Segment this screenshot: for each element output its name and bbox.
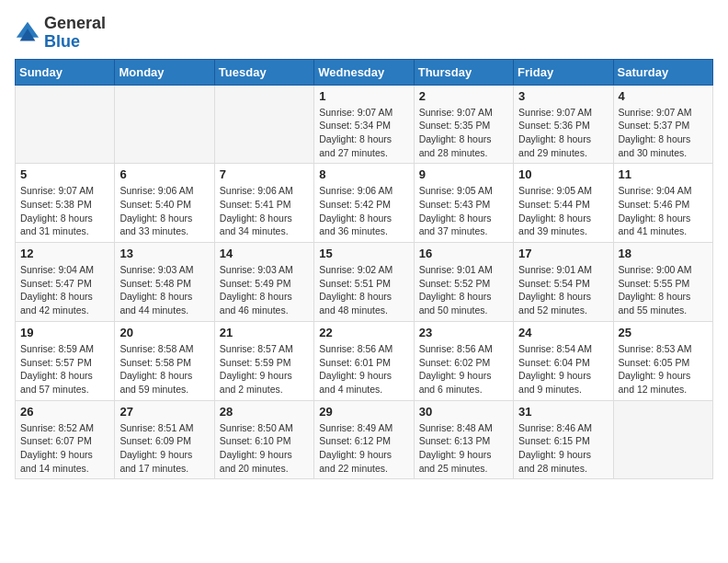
day-info: Sunrise: 8:52 AM Sunset: 6:07 PM Dayligh…	[20, 421, 109, 476]
day-number: 22	[319, 326, 408, 339]
day-number: 7	[220, 167, 309, 181]
calendar-cell: 16Sunrise: 9:01 AM Sunset: 5:52 PM Dayli…	[414, 243, 513, 322]
day-number: 29	[319, 405, 408, 419]
calendar-cell	[214, 85, 313, 164]
calendar-cell: 20Sunrise: 8:58 AM Sunset: 5:58 PM Dayli…	[115, 321, 214, 400]
calendar-cell: 26Sunrise: 8:52 AM Sunset: 6:07 PM Dayli…	[16, 400, 115, 479]
calendar-cell: 11Sunrise: 9:04 AM Sunset: 5:46 PM Dayli…	[613, 164, 712, 243]
calendar-cell: 22Sunrise: 8:56 AM Sunset: 6:01 PM Dayli…	[314, 321, 414, 400]
day-info: Sunrise: 9:07 AM Sunset: 5:35 PM Dayligh…	[419, 106, 508, 160]
calendar-cell: 1Sunrise: 9:07 AM Sunset: 5:34 PM Daylig…	[314, 85, 414, 164]
calendar-week-row: 12Sunrise: 9:04 AM Sunset: 5:47 PM Dayli…	[16, 243, 713, 322]
weekday-header: Saturday	[613, 59, 712, 85]
day-info: Sunrise: 9:01 AM Sunset: 5:52 PM Dayligh…	[419, 263, 508, 317]
day-info: Sunrise: 8:56 AM Sunset: 6:01 PM Dayligh…	[319, 342, 408, 396]
calendar-cell: 31Sunrise: 8:46 AM Sunset: 6:15 PM Dayli…	[514, 400, 613, 479]
day-info: Sunrise: 8:51 AM Sunset: 6:09 PM Dayligh…	[119, 421, 209, 476]
day-number: 3	[518, 89, 608, 103]
day-number: 25	[619, 326, 708, 339]
day-number: 8	[319, 167, 408, 181]
calendar-cell: 30Sunrise: 8:48 AM Sunset: 6:13 PM Dayli…	[414, 400, 513, 479]
calendar-header-row: SundayMondayTuesdayWednesdayThursdayFrid…	[16, 59, 713, 85]
calendar-cell: 18Sunrise: 9:00 AM Sunset: 5:55 PM Dayli…	[613, 243, 712, 322]
calendar-table: SundayMondayTuesdayWednesdayThursdayFrid…	[15, 59, 713, 480]
day-number: 31	[518, 405, 608, 419]
day-number: 14	[220, 247, 309, 260]
day-number: 5	[20, 167, 109, 181]
calendar-cell: 28Sunrise: 8:50 AM Sunset: 6:10 PM Dayli…	[214, 400, 313, 479]
calendar-cell: 29Sunrise: 8:49 AM Sunset: 6:12 PM Dayli…	[314, 400, 414, 479]
day-number: 20	[119, 326, 209, 339]
day-info: Sunrise: 8:59 AM Sunset: 5:57 PM Dayligh…	[20, 342, 109, 396]
day-info: Sunrise: 9:07 AM Sunset: 5:37 PM Dayligh…	[619, 106, 708, 160]
day-number: 4	[619, 89, 708, 103]
calendar-cell: 24Sunrise: 8:54 AM Sunset: 6:04 PM Dayli…	[514, 321, 613, 400]
logo-general-text: General	[44, 14, 106, 32]
day-number: 26	[20, 405, 109, 419]
day-info: Sunrise: 9:04 AM Sunset: 5:47 PM Dayligh…	[20, 263, 109, 317]
weekday-header: Friday	[514, 59, 613, 85]
day-info: Sunrise: 9:06 AM Sunset: 5:42 PM Dayligh…	[319, 184, 408, 238]
calendar-cell: 6Sunrise: 9:06 AM Sunset: 5:40 PM Daylig…	[115, 164, 214, 243]
day-number: 11	[619, 167, 708, 181]
calendar-cell	[115, 85, 214, 164]
day-info: Sunrise: 8:56 AM Sunset: 6:02 PM Dayligh…	[419, 342, 508, 396]
calendar-cell: 23Sunrise: 8:56 AM Sunset: 6:02 PM Dayli…	[414, 321, 513, 400]
weekday-header: Monday	[115, 59, 214, 85]
day-number: 10	[518, 167, 608, 181]
calendar-cell: 3Sunrise: 9:07 AM Sunset: 5:36 PM Daylig…	[514, 85, 613, 164]
day-number: 21	[220, 326, 309, 339]
logo-blue-text: Blue	[44, 32, 80, 51]
day-info: Sunrise: 9:07 AM Sunset: 5:34 PM Dayligh…	[319, 106, 408, 160]
calendar-cell: 9Sunrise: 9:05 AM Sunset: 5:43 PM Daylig…	[414, 164, 513, 243]
calendar-cell: 7Sunrise: 9:06 AM Sunset: 5:41 PM Daylig…	[214, 164, 313, 243]
weekday-header: Sunday	[16, 59, 115, 85]
calendar-cell: 21Sunrise: 8:57 AM Sunset: 5:59 PM Dayli…	[214, 321, 313, 400]
day-info: Sunrise: 9:04 AM Sunset: 5:46 PM Dayligh…	[619, 184, 708, 238]
day-number: 13	[119, 247, 209, 260]
calendar-cell: 27Sunrise: 8:51 AM Sunset: 6:09 PM Dayli…	[115, 400, 214, 479]
day-info: Sunrise: 8:54 AM Sunset: 6:04 PM Dayligh…	[518, 342, 608, 396]
calendar-cell: 5Sunrise: 9:07 AM Sunset: 5:38 PM Daylig…	[16, 164, 115, 243]
day-info: Sunrise: 9:05 AM Sunset: 5:43 PM Dayligh…	[419, 184, 508, 238]
day-info: Sunrise: 9:03 AM Sunset: 5:49 PM Dayligh…	[220, 263, 309, 317]
day-info: Sunrise: 8:57 AM Sunset: 5:59 PM Dayligh…	[220, 342, 309, 396]
day-info: Sunrise: 9:01 AM Sunset: 5:54 PM Dayligh…	[518, 263, 608, 317]
day-info: Sunrise: 8:58 AM Sunset: 5:58 PM Dayligh…	[119, 342, 209, 396]
day-number: 27	[119, 405, 209, 419]
calendar-cell: 25Sunrise: 8:53 AM Sunset: 6:05 PM Dayli…	[613, 321, 712, 400]
calendar-cell: 12Sunrise: 9:04 AM Sunset: 5:47 PM Dayli…	[16, 243, 115, 322]
weekday-header: Tuesday	[214, 59, 313, 85]
day-info: Sunrise: 9:07 AM Sunset: 5:38 PM Dayligh…	[20, 184, 109, 238]
day-info: Sunrise: 9:03 AM Sunset: 5:48 PM Dayligh…	[119, 263, 209, 317]
logo: General Blue	[15, 15, 106, 52]
calendar-cell: 2Sunrise: 9:07 AM Sunset: 5:35 PM Daylig…	[414, 85, 513, 164]
calendar-week-row: 1Sunrise: 9:07 AM Sunset: 5:34 PM Daylig…	[16, 85, 713, 164]
day-info: Sunrise: 9:07 AM Sunset: 5:36 PM Dayligh…	[518, 106, 608, 160]
weekday-header: Thursday	[414, 59, 513, 85]
day-info: Sunrise: 9:00 AM Sunset: 5:55 PM Dayligh…	[619, 263, 708, 317]
day-info: Sunrise: 8:53 AM Sunset: 6:05 PM Dayligh…	[619, 342, 708, 396]
day-number: 18	[619, 247, 708, 260]
calendar-week-row: 5Sunrise: 9:07 AM Sunset: 5:38 PM Daylig…	[16, 164, 713, 243]
logo-icon	[15, 20, 40, 46]
day-number: 24	[518, 326, 608, 339]
day-number: 15	[319, 247, 408, 260]
day-number: 2	[419, 89, 508, 103]
calendar-cell: 8Sunrise: 9:06 AM Sunset: 5:42 PM Daylig…	[314, 164, 414, 243]
day-number: 9	[419, 167, 508, 181]
calendar-cell: 4Sunrise: 9:07 AM Sunset: 5:37 PM Daylig…	[613, 85, 712, 164]
day-number: 12	[20, 247, 109, 260]
calendar-cell	[16, 85, 115, 164]
day-number: 28	[220, 405, 309, 419]
day-number: 17	[518, 247, 608, 260]
day-number: 30	[419, 405, 508, 419]
day-info: Sunrise: 8:46 AM Sunset: 6:15 PM Dayligh…	[518, 421, 608, 476]
day-info: Sunrise: 9:06 AM Sunset: 5:41 PM Dayligh…	[220, 184, 309, 238]
day-number: 16	[419, 247, 508, 260]
day-info: Sunrise: 9:05 AM Sunset: 5:44 PM Dayligh…	[518, 184, 608, 238]
day-info: Sunrise: 9:02 AM Sunset: 5:51 PM Dayligh…	[319, 263, 408, 317]
page-header: General Blue	[15, 15, 713, 52]
day-number: 1	[319, 89, 408, 103]
calendar-week-row: 26Sunrise: 8:52 AM Sunset: 6:07 PM Dayli…	[16, 400, 713, 479]
